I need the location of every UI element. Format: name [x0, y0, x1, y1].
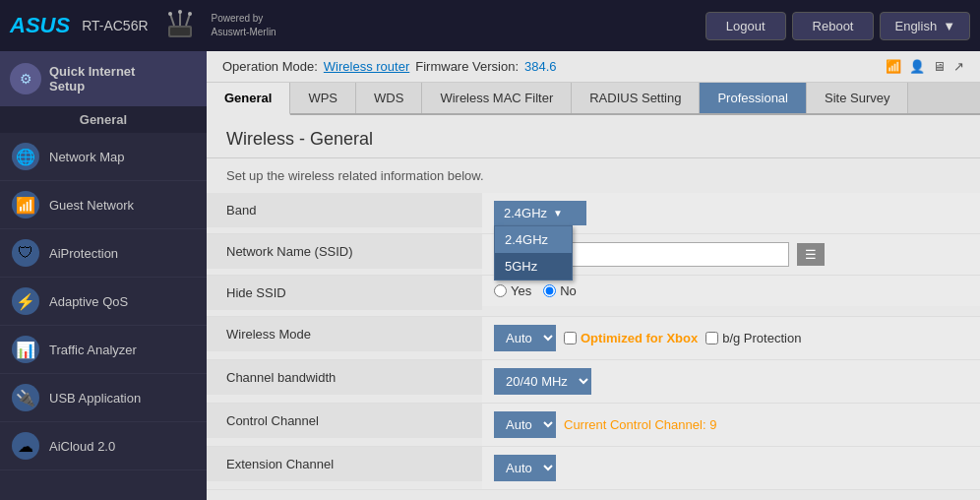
channel-bw-label: Channel bandwidth [207, 360, 482, 395]
operation-mode-bar: Operation Mode: Wireless router Firmware… [207, 51, 980, 83]
tab-general[interactable]: General [207, 83, 290, 115]
bg-protection-checkbox-label[interactable]: b/g Protection [705, 331, 801, 345]
hide-ssid-yes-option[interactable]: Yes [494, 283, 531, 298]
control-channel-label: Control Channel [207, 404, 482, 438]
status-icons: 📶 👤 🖥 ↗ [886, 59, 964, 74]
xbox-optimized-checkbox[interactable] [564, 332, 577, 344]
sidebar-item-label: USB Application [49, 391, 141, 406]
hide-ssid-no-option[interactable]: No [543, 283, 577, 298]
sidebar-item-label: Traffic Analyzer [49, 343, 137, 357]
control-channel-row: Control Channel Auto Current Control Cha… [207, 404, 980, 447]
quick-setup-icon: ⚙ [10, 63, 41, 94]
op-mode-link[interactable]: Wireless router [324, 59, 409, 74]
svg-point-6 [168, 12, 172, 16]
tab-site-survey[interactable]: Site Survey [807, 83, 908, 113]
language-button[interactable]: English ▼ [880, 12, 970, 40]
sidebar-item-label: AiProtection [49, 246, 118, 261]
dropdown-arrow-icon: ▼ [553, 208, 563, 219]
band-option-24ghz[interactable]: 2.4GHz [495, 226, 572, 253]
band-control: 2.4GHz ▼ 2.4GHz 5GHz [482, 193, 980, 233]
tab-wds[interactable]: WDS [356, 83, 422, 113]
network-name-row: Network Name (SSID) ☰ [207, 234, 980, 276]
header: ASUS RT-AC56R Powered by Asuswrt-Merlin … [0, 0, 980, 51]
fw-label: Firmware Version: [415, 59, 519, 74]
xbox-optimized-checkbox-label[interactable]: Optimized for Xbox [564, 331, 698, 345]
panel-description: Set up the wireless related information … [207, 158, 980, 193]
control-channel-select[interactable]: Auto [494, 411, 556, 438]
sidebar-item-adaptive-qos[interactable]: ⚡ Adaptive QoS [0, 278, 207, 326]
fw-version: 384.6 [524, 59, 557, 74]
extension-channel-row: Extension Channel Auto [207, 447, 980, 490]
header-buttons: Logout Reboot English ▼ [705, 12, 970, 40]
band-dropdown-button[interactable]: 2.4GHz ▼ [494, 201, 586, 225]
sidebar-item-usb-application[interactable]: 🔌 USB Application [0, 374, 207, 422]
screen-icon: 🖥 [933, 59, 946, 74]
network-name-label: Network Name (SSID) [207, 234, 482, 269]
sidebar-item-label: AiCloud 2.0 [49, 439, 115, 454]
tab-wireless-mac-filter[interactable]: Wireless MAC Filter [422, 83, 572, 113]
channel-bw-select[interactable]: 20/40 MHz 20 MHz 40 MHz [494, 368, 591, 395]
band-selected-value: 2.4GHz [504, 206, 547, 220]
sidebar-general-title: General [0, 106, 207, 133]
channel-bw-row: Channel bandwidth 20/40 MHz 20 MHz 40 MH… [207, 360, 980, 404]
wireless-mode-label: Wireless Mode [207, 317, 482, 351]
svg-point-7 [188, 12, 192, 16]
sidebar-item-aicloud[interactable]: ☁ AiCloud 2.0 [0, 422, 207, 470]
user-icon: 👤 [909, 59, 925, 74]
powered-by: Powered by Asuswrt-Merlin [212, 12, 276, 39]
svg-rect-1 [170, 28, 190, 35]
router-icon [156, 6, 204, 45]
quick-internet-setup[interactable]: ⚙ Quick InternetSetup [0, 51, 207, 106]
bg-protection-checkbox[interactable] [705, 332, 718, 344]
wireless-mode-select[interactable]: Auto [494, 325, 556, 351]
network-map-icon: 🌐 [12, 143, 39, 170]
model-name: RT-AC56R [82, 18, 148, 33]
share-icon: ↗ [953, 59, 964, 74]
guest-network-icon: 📶 [12, 191, 39, 219]
logo-area: ASUS RT-AC56R Powered by Asuswrt-Merlin [10, 6, 276, 45]
wireless-mode-row: Wireless Mode Auto Optimized for Xbox b/… [207, 317, 980, 360]
hide-ssid-yes-radio[interactable] [494, 284, 507, 297]
tab-bar: General WPS WDS Wireless MAC Filter RADI… [207, 83, 980, 115]
band-label: Band [207, 193, 482, 227]
channel-bw-control: 20/40 MHz 20 MHz 40 MHz [482, 360, 980, 403]
asus-logo: ASUS [10, 13, 70, 38]
hide-ssid-label: Hide SSID [207, 276, 482, 310]
wifi-icon: 📶 [886, 59, 901, 74]
adaptive-qos-icon: ⚡ [12, 287, 39, 315]
band-dropdown[interactable]: 2.4GHz ▼ 2.4GHz 5GHz [494, 201, 586, 225]
sidebar-item-label: Guest Network [49, 198, 134, 213]
tab-professional[interactable]: Professional [700, 83, 807, 113]
tab-radius-setting[interactable]: RADIUS Setting [572, 83, 700, 113]
band-option-5ghz[interactable]: 5GHz [495, 253, 572, 280]
sidebar-item-network-map[interactable]: 🌐 Network Map [0, 133, 207, 181]
extension-channel-select[interactable]: Auto [494, 455, 556, 481]
content-area: Operation Mode: Wireless router Firmware… [207, 51, 980, 500]
quick-setup-label: Quick InternetSetup [49, 64, 135, 94]
tab-wps[interactable]: WPS [290, 83, 356, 113]
sidebar-item-aiprotection[interactable]: 🛡 AiProtection [0, 229, 207, 278]
reboot-button[interactable]: Reboot [792, 12, 875, 40]
hide-ssid-no-radio[interactable] [543, 284, 556, 297]
network-name-icon-button[interactable]: ☰ [797, 243, 825, 266]
aiprotection-icon: 🛡 [12, 239, 39, 267]
control-channel-status: Current Control Channel: 9 [564, 417, 716, 432]
wireless-form: Band 2.4GHz ▼ 2.4GHz 5GHz [207, 193, 980, 490]
sidebar-item-guest-network[interactable]: 📶 Guest Network [0, 181, 207, 229]
sidebar-item-traffic-analyzer[interactable]: 📊 Traffic Analyzer [0, 326, 207, 374]
main-panel: Wireless - General Set up the wireless r… [207, 115, 980, 500]
band-dropdown-menu: 2.4GHz 5GHz [494, 225, 573, 281]
chevron-down-icon: ▼ [943, 19, 955, 33]
wireless-mode-control: Auto Optimized for Xbox b/g Protection [482, 317, 980, 359]
sidebar: ⚙ Quick InternetSetup General 🌐 Network … [0, 51, 207, 500]
usb-application-icon: 🔌 [12, 384, 39, 411]
extension-channel-control: Auto [482, 447, 980, 489]
control-channel-control: Auto Current Control Channel: 9 [482, 404, 980, 446]
extension-channel-label: Extension Channel [207, 447, 482, 481]
main-layout: ⚙ Quick InternetSetup General 🌐 Network … [0, 51, 980, 500]
sidebar-item-label: Adaptive QoS [49, 294, 128, 309]
logout-button[interactable]: Logout [705, 12, 786, 40]
svg-point-5 [178, 10, 182, 14]
hide-ssid-row: Hide SSID Yes No [207, 276, 980, 317]
traffic-analyzer-icon: 📊 [12, 336, 39, 363]
